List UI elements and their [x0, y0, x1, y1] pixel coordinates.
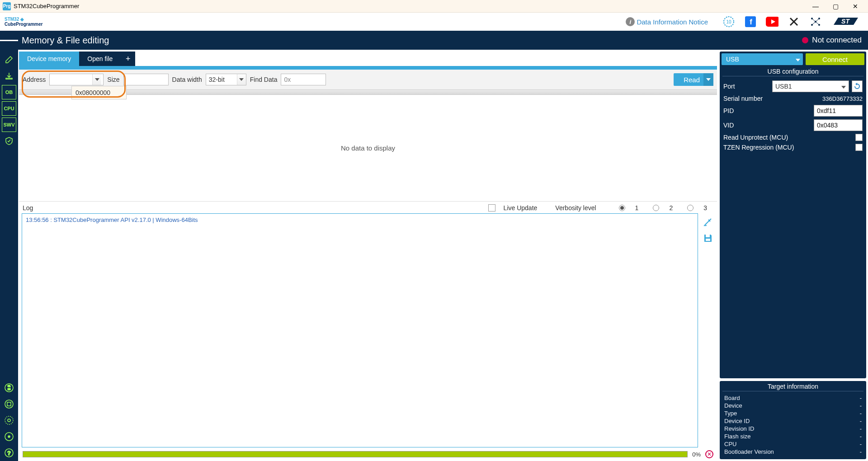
config-title: USB configuration [720, 65, 866, 76]
tool-binary[interactable]: 0110 [2, 381, 16, 395]
connection-status-text: Not connected [812, 36, 862, 45]
target-row-value: - [860, 402, 862, 409]
vid-label: VID [723, 122, 811, 129]
read-button[interactable]: Read [674, 73, 713, 86]
cubeprogrammer-logo: STM32 ◈ CubeProgrammer [5, 17, 42, 27]
svg-text:01: 01 [8, 385, 11, 387]
tool-cpu[interactable]: CPU [2, 101, 16, 116]
clear-log-icon[interactable] [703, 217, 713, 227]
tab-underline [19, 66, 717, 70]
target-row-value: - [860, 425, 862, 432]
maximize-button[interactable]: ▢ [826, 0, 845, 13]
info-icon: i [626, 17, 635, 26]
svg-rect-27 [706, 239, 710, 241]
window-title: STM32CubeProgrammer [14, 3, 806, 9]
tool-swv[interactable]: SWV [2, 118, 16, 132]
tzen-checkbox[interactable] [855, 144, 863, 151]
target-row-value: - [860, 395, 862, 401]
datawidth-combo[interactable]: 32-bit [206, 74, 246, 85]
svg-point-15 [5, 400, 13, 408]
serial-value: 336D36773332 [822, 95, 863, 102]
tool-download[interactable] [2, 69, 16, 83]
tool-target[interactable] [2, 429, 16, 444]
address-dropdown-option[interactable]: 0x08000000 [72, 86, 126, 99]
close-button[interactable]: ✕ [845, 0, 865, 13]
verbosity-label-3: 3 [703, 204, 707, 212]
live-update-checkbox[interactable] [488, 204, 495, 212]
cancel-button[interactable]: ✕ [705, 450, 713, 458]
memory-toolbar: Address Size Data width 32-bit Find Data… [19, 70, 717, 89]
tool-gear[interactable] [2, 413, 16, 428]
verbosity-radio-2[interactable] [653, 205, 659, 211]
tool-shield[interactable] [2, 134, 16, 148]
pid-input[interactable] [814, 105, 863, 117]
svg-text:10: 10 [8, 388, 11, 390]
read-unprotect-checkbox[interactable] [855, 134, 863, 141]
tool-chip[interactable] [2, 397, 16, 411]
facebook-icon[interactable]: f [744, 17, 757, 27]
address-combo[interactable] [49, 74, 104, 85]
target-row-value: - [860, 433, 862, 440]
target-row-label: CPU [724, 441, 736, 447]
svg-text:ST: ST [841, 18, 850, 25]
x-icon[interactable] [788, 17, 800, 27]
port-select[interactable]: USB1 [772, 80, 849, 92]
log-header: Log Live Update Verbosity level 1 2 3 [19, 202, 717, 213]
log-box[interactable]: 13:56:56 : STM32CubeProgrammer API v2.17… [22, 213, 698, 447]
youtube-icon[interactable] [766, 17, 778, 27]
svg-text:?: ? [7, 450, 11, 456]
size-input[interactable] [123, 74, 169, 85]
live-update-label: Live Update [504, 204, 538, 212]
tool-edit[interactable] [2, 52, 16, 67]
network-icon[interactable] [809, 17, 822, 27]
finddata-input[interactable] [281, 74, 326, 85]
target-row-label: Type [724, 410, 737, 417]
read-caret[interactable] [703, 73, 713, 86]
target-row: Type- [720, 409, 866, 417]
memory-grid-body: No data to display [19, 95, 717, 202]
tab-device-memory[interactable]: Device memory [19, 52, 79, 66]
protocol-select[interactable]: USB [722, 53, 803, 65]
port-refresh-button[interactable] [852, 80, 863, 92]
target-row: Device- [720, 402, 866, 409]
svg-text:10: 10 [726, 19, 731, 24]
target-row-label: Device ID [724, 418, 750, 424]
address-input[interactable] [50, 74, 92, 85]
log-entry: 13:56:56 : STM32CubeProgrammer API v2.17… [26, 216, 694, 223]
connection-status-dot [802, 37, 808, 43]
target-info-panel: Target information Board-Device-Type-Dev… [720, 381, 866, 459]
svg-text:f: f [750, 18, 752, 26]
address-caret[interactable] [92, 74, 101, 85]
connect-button[interactable]: Connect [806, 53, 864, 65]
svg-marker-28 [796, 59, 800, 61]
tool-help[interactable]: ? [2, 446, 16, 460]
right-panel: USB Connect USB configuration Port USB1 … [718, 50, 868, 461]
svg-marker-23 [95, 78, 99, 81]
left-tool-rail: OB CPU SWV 0110 ? [0, 50, 18, 461]
st-logo: ST [831, 17, 859, 27]
minimize-button[interactable]: — [806, 0, 826, 13]
target-row-label: Revision ID [724, 425, 754, 432]
datawidth-caret[interactable] [237, 74, 246, 85]
target-row-value: - [860, 441, 862, 447]
tab-open-file[interactable]: Open file [79, 52, 121, 66]
svg-marker-30 [855, 83, 857, 85]
target-row: Flash size- [720, 433, 866, 440]
save-log-icon[interactable] [703, 233, 713, 243]
target-row: CPU- [720, 440, 866, 448]
svg-marker-25 [706, 78, 711, 81]
address-dropdown-popup: 0x08000000 [71, 86, 127, 99]
datawidth-value: 32-bit [206, 76, 227, 83]
target-row-value: - [860, 418, 862, 424]
menu-button[interactable] [0, 31, 18, 50]
verbosity-label-2: 2 [669, 204, 673, 212]
vid-input[interactable] [814, 119, 863, 131]
tool-option-bytes[interactable]: OB [2, 85, 16, 99]
data-notice-link[interactable]: Data Information Notice [637, 18, 708, 26]
page-header: Memory & File editing Not connected [0, 31, 868, 50]
log-title: Log [23, 204, 33, 212]
verbosity-radio-3[interactable] [687, 205, 693, 211]
verbosity-radio-1[interactable] [619, 205, 625, 211]
tab-add[interactable]: + [121, 52, 135, 66]
read-unprotect-label: Read Unprotect (MCU) [723, 134, 853, 141]
